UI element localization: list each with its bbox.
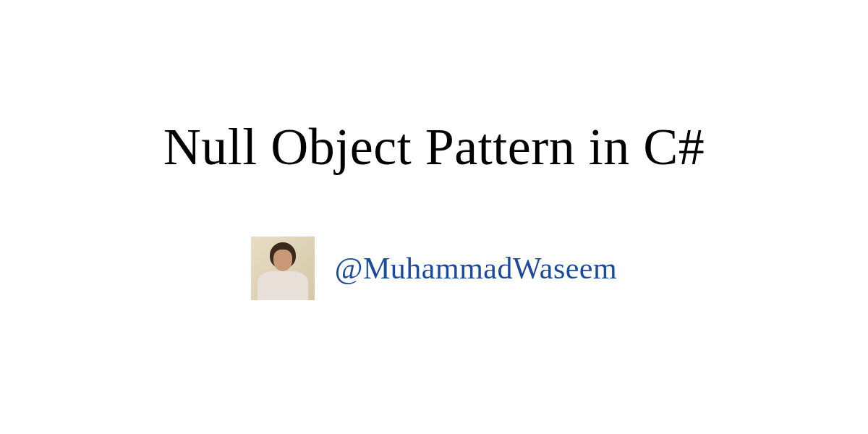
page-title: Null Object Pattern in C# <box>163 112 705 182</box>
author-handle: @MuhammadWaseem <box>335 251 617 286</box>
avatar <box>251 237 315 300</box>
author-row: @MuhammadWaseem <box>251 237 617 300</box>
